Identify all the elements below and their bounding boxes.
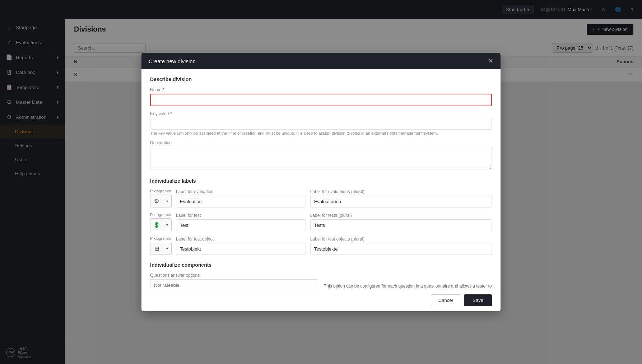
plural-evaluation-input[interactable]	[310, 196, 492, 207]
singular-evaluation-input[interactable]	[176, 196, 306, 207]
labels-section: Individualize labels Piktogramm ⚙ ▾ Labe…	[150, 178, 492, 255]
singular-label: Label for evaluation	[176, 189, 306, 194]
singular-evaluation-field: Label for evaluation	[176, 189, 306, 207]
qa-description: This option can be configured for each q…	[324, 273, 492, 289]
cancel-button[interactable]: Cancel	[431, 294, 460, 306]
describe-section-title: Describe division	[150, 76, 492, 82]
piktogramm-test-arrow[interactable]: ▾	[163, 218, 172, 231]
plural-test-field: Label for tests (plural)	[310, 213, 492, 231]
piktogramm-evaluation-arrow[interactable]: ▾	[163, 195, 172, 207]
required-indicator: *	[163, 87, 164, 92]
name-field: Name *	[150, 87, 492, 106]
piktogramm-test: Piktogramm 💲 ▾	[150, 213, 172, 231]
plural-test-object-input[interactable]	[310, 243, 492, 255]
description-field: Description	[150, 140, 492, 171]
name-label: Name *	[150, 87, 492, 92]
key-value-label: Key value *	[150, 111, 492, 116]
create-division-modal: Create new division ✕ Describe division …	[141, 53, 501, 311]
piktogramm-evaluation: Piktogramm ⚙ ▾	[150, 189, 172, 207]
modal-overlay: Create new division ✕ Describe division …	[0, 0, 642, 364]
singular-test-object-field: Label for test object	[176, 237, 306, 255]
qa-field: Questions answer options	[150, 273, 318, 289]
piktogramm-evaluation-btn[interactable]: ⚙	[150, 195, 163, 207]
plural-label: Label for evaluations (plural)	[310, 189, 492, 194]
modal-header: Create new division ✕	[141, 53, 501, 69]
description-label: Description	[150, 140, 492, 145]
piktogramm-test-object-btn[interactable]: ⊞	[150, 242, 163, 255]
labels-section-title: Individualize labels	[150, 178, 492, 184]
plural-test-input[interactable]	[310, 219, 492, 231]
required-indicator: *	[170, 111, 172, 116]
description-textarea[interactable]	[150, 147, 492, 169]
label-row-test: Piktogramm 💲 ▾ Label for test Label for …	[150, 213, 492, 231]
singular-test-object-input[interactable]	[176, 243, 306, 255]
plural-label: Label for tests (plural)	[310, 213, 492, 218]
modal-close-button[interactable]: ✕	[488, 58, 493, 64]
key-value-hint: The key value can only be assigned at th…	[150, 131, 492, 135]
plural-test-object-field: Label for test objects (plural)	[310, 237, 492, 255]
modal-body: Describe division Name * Key value * The…	[141, 69, 501, 289]
piktogramm-test-object: Piktogramm ⊞ ▾	[150, 236, 172, 255]
plural-evaluation-field: Label for evaluations (plural)	[310, 189, 492, 207]
key-value-input[interactable]	[150, 118, 492, 130]
qa-input[interactable]	[150, 279, 318, 289]
name-input[interactable]	[150, 94, 492, 106]
components-row: Questions answer options This option can…	[150, 273, 492, 289]
singular-label: Label for test object	[176, 237, 306, 242]
qa-label: Questions answer options	[150, 273, 318, 278]
save-button[interactable]: Save	[464, 294, 492, 306]
label-row-evaluation: Piktogramm ⚙ ▾ Label for evaluation Labe…	[150, 189, 492, 207]
singular-test-field: Label for test	[176, 213, 306, 231]
modal-footer: Cancel Save	[141, 289, 501, 311]
singular-test-input[interactable]	[176, 219, 306, 231]
components-section: Individualize components Questions answe…	[150, 262, 492, 289]
plural-label: Label for test objects (plural)	[310, 237, 492, 242]
singular-label: Label for test	[176, 213, 306, 218]
key-value-field: Key value * The key value can only be as…	[150, 111, 492, 135]
components-section-title: Individualize components	[150, 262, 492, 268]
piktogramm-test-btn[interactable]: 💲	[150, 218, 163, 231]
modal-title: Create new division	[149, 58, 196, 64]
piktogramm-test-object-arrow[interactable]: ▾	[163, 242, 172, 255]
label-row-test-object: Piktogramm ⊞ ▾ Label for test object Lab…	[150, 236, 492, 255]
